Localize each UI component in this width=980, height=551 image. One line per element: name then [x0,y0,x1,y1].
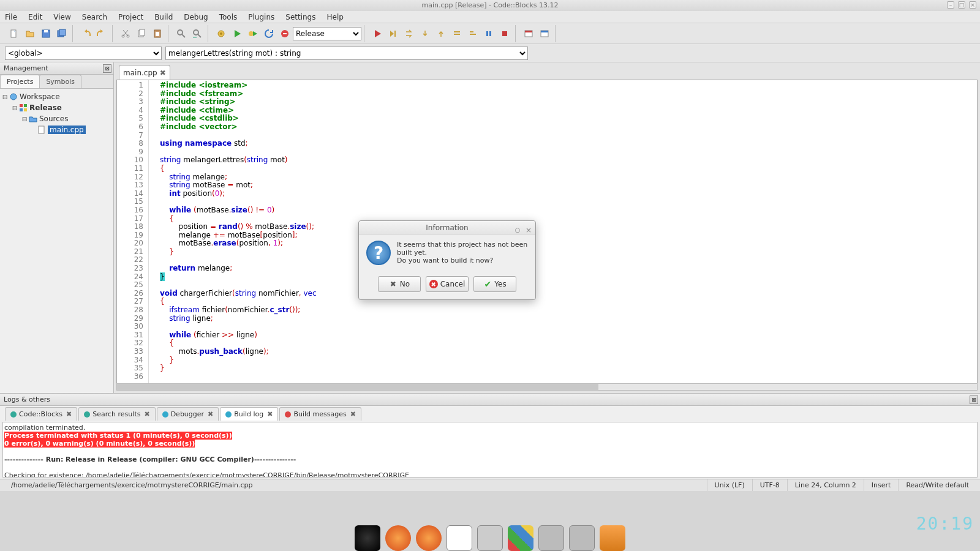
menu-search[interactable]: Search [82,13,107,21]
svg-rect-17 [283,33,287,34]
svg-point-11 [178,30,183,35]
build-and-run-button[interactable] [246,27,260,40]
undo-button[interactable] [79,27,92,40]
editor-tab-main[interactable]: main.cpp ✖ [119,65,170,80]
scope-global-select[interactable]: <global> [5,47,162,60]
tree-workspace[interactable]: ⊟ Workspace [1,91,112,102]
svg-rect-19 [454,31,460,32]
stop-debug-button[interactable] [498,27,511,40]
project-tree: ⊟ Workspace ⊟ Release ⊟ Sources main.cpp [0,89,113,138]
save-button[interactable] [39,27,53,40]
copy-button[interactable] [135,27,148,40]
menu-view[interactable]: View [53,13,70,21]
step-out-button[interactable] [434,27,448,40]
find-button[interactable] [175,27,188,40]
dock-text-editor[interactable] [447,525,472,551]
run-to-cursor-button[interactable] [386,27,400,40]
editor-hscrollbar[interactable] [116,383,978,391]
menu-debug[interactable]: Debug [184,13,208,21]
close-icon[interactable]: ✖ [267,410,273,418]
dock-firefox-1[interactable] [385,525,411,551]
logs-close-button[interactable]: ⊠ [970,395,978,404]
tree-project[interactable]: ⊟ Release [1,102,112,113]
step-into-button[interactable] [418,27,432,40]
new-file-button[interactable] [7,27,21,40]
status-bar: /home/adelie/Téléchargements/exercice/mo… [0,479,980,491]
window-maximize-button[interactable]: □ [958,1,965,9]
close-icon[interactable]: ✖ [208,410,213,418]
log-tab-debugger[interactable]: Debugger✖ [157,407,219,421]
abort-button[interactable] [278,27,292,40]
status-path: /home/adelie/Téléchargements/exercice/mo… [4,479,707,491]
cancel-icon: ✖ [429,280,438,288]
close-icon[interactable]: ✖ [144,410,149,418]
log-tab-build-log[interactable]: Build log✖ [220,407,278,421]
build-target-select[interactable]: Release [293,27,361,40]
symbols-tab[interactable]: Symbols [39,75,81,88]
close-icon[interactable]: ✖ [350,410,356,418]
svg-rect-27 [525,31,532,32]
tree-sources-folder[interactable]: ⊟ Sources [1,113,112,124]
log-tab-build-messages[interactable]: Build messages✖ [279,407,361,421]
project-icon [18,103,28,113]
paste-button[interactable] [151,27,164,40]
next-instr-button[interactable] [450,27,464,40]
dock-camera-2[interactable] [538,525,564,551]
redo-button[interactable] [95,27,108,40]
svg-rect-35 [39,126,44,133]
menu-edit[interactable]: Edit [28,13,42,21]
no-button[interactable]: ✖No [378,276,421,292]
yes-button[interactable]: ✔Yes [473,276,516,292]
code-editor[interactable]: 1234567891011121314151617181920212223242… [116,80,978,391]
menu-build[interactable]: Build [154,13,173,21]
desktop-dock [0,522,980,551]
svg-rect-4 [59,29,66,36]
dock-camera-1[interactable] [477,525,503,551]
dock-app-1[interactable] [355,525,380,551]
debugging-windows-button[interactable] [522,27,535,40]
various-info-button[interactable] [538,27,551,40]
close-icon[interactable]: ✖ [66,410,72,418]
window-minimize-button[interactable]: – [947,1,954,9]
build-log-output[interactable]: compilation terminated.Process terminate… [2,422,978,478]
log-tab-code-blocks[interactable]: Code::Blocks✖ [5,407,77,421]
management-close-button[interactable]: ⊠ [103,64,111,73]
menu-file[interactable]: File [5,13,17,21]
svg-rect-32 [24,104,27,107]
cut-button[interactable] [119,27,132,40]
desktop-clock: 20:19 [916,514,974,534]
menu-tools[interactable]: Tools [219,13,238,21]
dock-screenshot[interactable] [569,525,595,551]
run-button[interactable] [230,27,244,40]
break-button[interactable] [482,27,496,40]
code-area[interactable]: #include <iostream>#include <fstream>#in… [157,80,977,390]
save-all-button[interactable] [55,27,69,40]
fold-column [149,80,157,390]
projects-tab[interactable]: Projects [0,75,40,88]
dock-folder[interactable] [600,525,625,551]
debug-continue-button[interactable] [371,27,384,40]
dock-codeblocks[interactable] [508,525,533,551]
editor-tab-close-icon[interactable]: ✖ [160,69,166,77]
window-close-button[interactable]: × [969,1,976,9]
information-dialog: Information ○ × ? It seems that this pro… [358,220,536,300]
menu-project[interactable]: Project [118,13,143,21]
log-tab-search-results[interactable]: Search results✖ [78,407,155,421]
next-line-button[interactable] [402,27,416,40]
cancel-button[interactable]: ✖Cancel [426,276,469,292]
svg-rect-34 [24,108,27,111]
replace-button[interactable] [190,27,204,40]
menu-plugins[interactable]: Plugins [248,13,274,21]
menu-settings[interactable]: Settings [285,13,315,21]
step-instr-button[interactable] [466,27,480,40]
dock-firefox-2[interactable] [416,525,442,551]
svg-point-14 [220,32,222,35]
dialog-minimize-button[interactable]: ○ [513,223,522,232]
dialog-close-button[interactable]: × [524,223,533,232]
scope-function-select[interactable]: melangerLettres(string mot) : string [165,47,528,60]
open-file-button[interactable] [23,27,37,40]
menu-help[interactable]: Help [326,13,343,21]
build-button[interactable] [214,27,228,40]
tree-file-main[interactable]: main.cpp [1,124,112,135]
rebuild-button[interactable] [262,27,276,40]
